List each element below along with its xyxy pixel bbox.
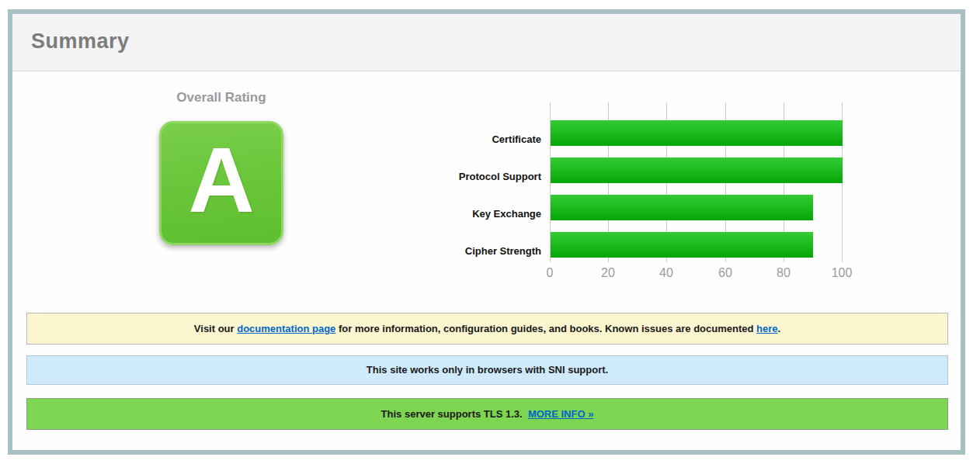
more-info-link[interactable]: MORE INFO » [528,408,594,420]
x-tick-label-80: 80 [764,266,803,280]
x-tick-label-100: 100 [822,266,861,280]
bar-cipher-strength [551,232,813,258]
x-tick-label-40: 40 [647,266,686,280]
bar-label-cipher-strength: Cipher Strength [386,244,541,258]
bar-key-exchange [551,195,813,220]
bar-label-protocol-support: Protocol Support [386,170,541,183]
bar-plot: 020406080100 [550,102,843,289]
tls13-banner: This server supports TLS 1.3. MORE INFO … [26,398,948,430]
overall-rating-label: Overall Rating [159,90,283,106]
page-title: Summary [31,29,942,54]
bar-protocol-support [551,158,843,183]
documentation-banner: Visit our documentation page for more in… [26,313,948,345]
documentation-banner-text-before: Visit our [194,323,237,334]
bar-certificate [551,120,843,146]
chart-category-labels: CertificateProtocol SupportKey ExchangeC… [386,107,541,270]
documentation-page-link[interactable]: documentation page [237,323,335,334]
panel-content: Overall Rating A CertificateProtocol Sup… [12,71,961,448]
sni-banner-text: This site works only in browsers with SN… [367,364,608,376]
summary-panel: Summary Overall Rating A CertificateProt… [8,9,965,455]
bar-label-certificate: Certificate [386,133,541,146]
grade-badge: A [159,121,283,245]
overall-rating-block: Overall Rating A [159,90,283,245]
known-issues-here-link[interactable]: here [756,323,777,334]
sni-banner: This site works only in browsers with SN… [26,355,948,385]
documentation-banner-text-middle: for more information, configuration guid… [335,323,756,334]
documentation-banner-text-after: . [778,323,781,334]
x-tick-label-20: 20 [589,266,627,280]
bar-label-key-exchange: Key Exchange [386,207,541,220]
tls13-banner-text: This server supports TLS 1.3. [381,408,523,420]
x-tick-label-0: 0 [530,266,569,280]
grade-letter: A [188,134,254,232]
panel-header: Summary [12,14,961,71]
x-tick-label-60: 60 [706,266,745,280]
